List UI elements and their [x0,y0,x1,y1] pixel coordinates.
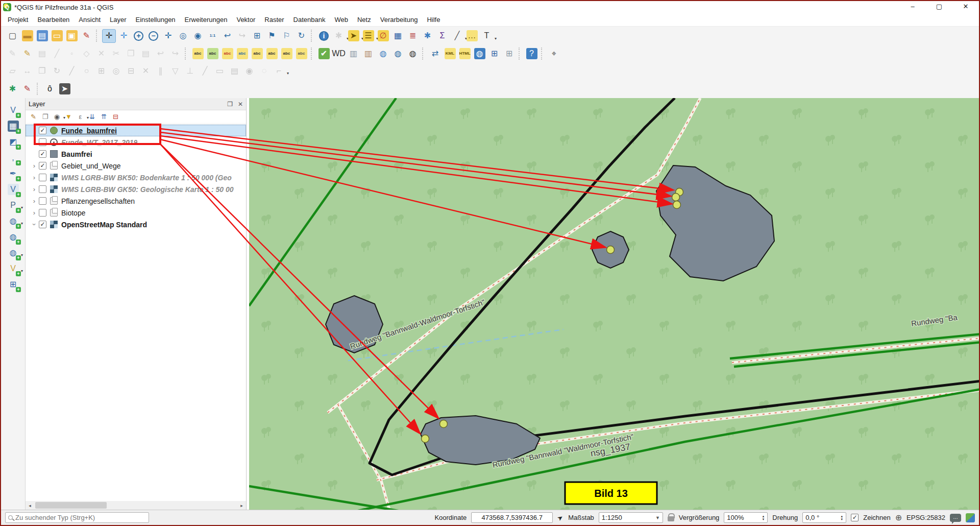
layer-row-wms-lgrb-bw-gk50-geologische-karte-1-50-00[interactable]: ›WMS LGRB-BW GK50: Geologische Karte 1 :… [26,183,246,195]
new-bookmark-button[interactable]: ⚑ [265,29,279,43]
vertex-editor-plugin-button[interactable]: ✱ [6,82,19,95]
layer-diagram-button[interactable]: abc [206,47,219,61]
style-manager-button[interactable]: ✎ [80,29,93,43]
layer-checkbox[interactable] [39,138,46,146]
layer-checkbox[interactable] [39,209,46,217]
menu-layer[interactable]: Layer [105,14,131,26]
menu-hilfe[interactable]: Hilfe [422,14,445,26]
close-button[interactable]: ✕ [952,1,979,13]
panel-float-icon[interactable]: ❐ [227,101,233,108]
expander-icon[interactable]: › [30,185,39,193]
expander-icon[interactable]: › [31,220,38,229]
globe-plugin-button[interactable]: ◍ [473,47,486,61]
zoom-full-extent-button[interactable]: ✛ [161,29,175,43]
add-group-button[interactable]: ❐ [40,111,51,122]
magnifier-spinbox[interactable]: 100% ▲▼ [724,512,768,523]
crs-globe-icon[interactable]: ⊕ [895,513,902,522]
menu-verarbeitung[interactable]: Verarbeitung [376,14,423,26]
menu-bearbeiten[interactable]: Bearbeiten [33,14,74,26]
render-checkbox[interactable]: ✓ [851,514,859,521]
toggle-editing-button[interactable]: ✎ [20,47,34,61]
layer-checkbox[interactable] [39,174,46,181]
scroll-right-icon[interactable]: ▸ [237,503,246,508]
menu-datenbank[interactable]: Datenbank [289,14,330,26]
pan-map-button[interactable]: ✛ [102,29,116,43]
sum-features-button[interactable]: Σ [435,29,449,43]
add-wcs-layer-button[interactable]: ◍+ [6,230,20,244]
select-features-button[interactable]: ➤▾ [347,29,360,43]
menu-einstellungen[interactable]: Einstellungen [131,14,180,26]
new-map-view-button[interactable]: ⊞ [250,29,264,43]
layer-row-gebiet-und-wege[interactable]: ›✓Gebiet_und_Wege [26,160,246,172]
zoom-last-button[interactable]: ↩ [220,29,234,43]
osm-tools-button[interactable]: ◍ [406,47,420,61]
scroll-left-icon[interactable]: ◂ [26,503,34,508]
manage-map-themes-button[interactable]: ◉▾ [52,111,62,122]
zoom-in-button[interactable]: + [132,29,145,43]
layer-checkbox[interactable]: ✓ [39,127,46,134]
add-delimited-text-layer-button[interactable]: ,+ [6,151,20,164]
text-annotation-button[interactable]: T▾ [480,29,494,43]
search-input[interactable] [15,514,146,521]
menu-vektor[interactable]: Vektor [232,14,260,26]
raster-select-button[interactable]: ➤ [58,82,71,95]
collapse-all-button[interactable]: ⇈ [99,111,109,122]
expander-icon[interactable]: › [30,174,39,181]
layer-swap-button[interactable]: ⇄ [428,47,442,61]
menu-erweiterungen[interactable]: Erweiterungen [180,14,232,26]
new-project-button[interactable]: ▢ [6,29,19,43]
add-wms-layer-button[interactable]: ◍+▾ [6,214,20,228]
add-wfs-layer-button[interactable]: ◍+▾ [6,246,20,259]
layer-row-wms-lgrb-bw-bk50-bodenkarte-1-50-000-geo[interactable]: ›WMS LGRB-BW BK50: Bodenkarte 1 : 50 000… [26,172,246,183]
grid-tools-button[interactable]: ⊞ [487,47,501,61]
layer-checkbox[interactable]: ✓ [39,162,46,170]
db-manager-button[interactable]: ▥ [347,47,360,61]
map-tips-button[interactable]: … [465,29,479,43]
show-bookmarks-button[interactable]: ⚐ [280,29,293,43]
messages-icon[interactable]: … [950,514,961,522]
zoom-to-layer-button[interactable]: ◉ [191,29,205,43]
panel-horizontal-scrollbar[interactable]: ◂ ▸ [26,501,246,510]
filter-by-expression-button[interactable]: ε▾ [75,111,86,122]
layer-row-biotope[interactable]: ›Biotope [26,207,246,219]
zoom-to-selection-button[interactable]: ◎ [176,29,190,43]
maximize-button[interactable]: ▢ [926,1,952,13]
spinner-icons[interactable]: ▲▼ [840,515,843,521]
pin-labels-button[interactable]: abc [220,47,234,61]
layer-checkbox[interactable]: ✓ [39,150,46,158]
filter-legend-button[interactable]: ▼ [63,111,74,122]
open-attribute-table-button[interactable]: ▦ [391,29,405,43]
kml-tools-button[interactable]: KML [443,47,457,61]
menu-raster[interactable]: Raster [260,14,288,26]
statistics-panel-button[interactable]: ≣ [406,29,420,43]
spinner-icons[interactable]: ▲▼ [762,515,765,521]
pan-to-selection-button[interactable]: ✛ [117,29,131,43]
add-vector-layer-button[interactable]: V+ [6,103,20,117]
panel-close-icon[interactable]: ✕ [238,101,243,108]
help-button[interactable]: ? [525,47,538,61]
layer-labeling-button[interactable]: abc [191,47,205,61]
layer-row-openstreetmap-standard[interactable]: ›✓OpenStreetMap Standard [26,219,246,230]
map-canvas[interactable]: Rundweg "Bannwald-Waldmoor-Torfstich"Run… [249,98,979,510]
coordinate-input[interactable]: 473568.7,5397436.7 [471,512,553,523]
open-project-button[interactable]: ▬ [20,29,34,43]
layer-row-baumfrei[interactable]: ✓Baumfrei [26,148,246,160]
metasearch-button[interactable]: ◍ [376,47,390,61]
open-layer-styling-button[interactable]: ✎ [28,111,39,122]
expander-icon[interactable]: › [30,162,39,170]
remove-layer-button[interactable]: ⊟ [110,111,121,122]
rotation-spinbox[interactable]: 0,0 ° ▲▼ [802,512,846,523]
web-services-button[interactable]: ◍ [391,47,405,61]
menu-ansicht[interactable]: Ansicht [74,14,105,26]
layer-checkbox[interactable] [39,197,46,205]
layer-checkbox[interactable] [39,185,46,193]
layer-row-funde-wt-2017-2019[interactable]: Funde_WT_2017_2019 [26,136,246,148]
scrollbar-thumb[interactable] [35,502,107,509]
add-spatialite-layer-button[interactable]: ✒+ [6,166,20,180]
layer-row-funde-baumfrei[interactable]: ✓Funde_baumfrei [26,125,246,136]
select-by-value-button[interactable]: ☰▾ [361,29,375,43]
new-geopackage-layer-button[interactable]: ⊞+ [6,277,20,291]
expand-all-button[interactable]: ⇊ [87,111,97,122]
new-print-layout-button[interactable]: ▭ [50,29,64,43]
layer-row-pflanzengesellschaften[interactable]: ›Pflanzengesellschaften [26,195,246,207]
